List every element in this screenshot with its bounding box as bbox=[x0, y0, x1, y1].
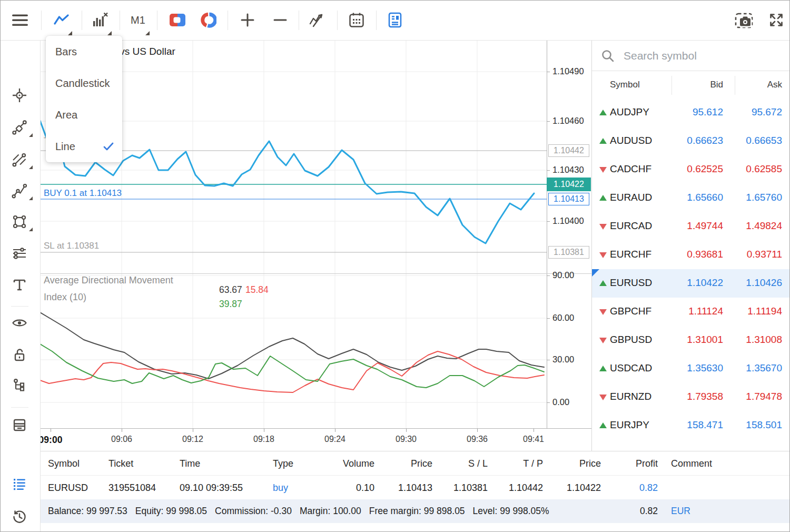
axis-tick-mark bbox=[547, 275, 550, 276]
header-comment: Comment bbox=[671, 451, 712, 476]
indicator-name-line2: Index (10) bbox=[44, 292, 86, 303]
objects-list[interactable] bbox=[11, 377, 28, 394]
header-profit: Profit bbox=[636, 451, 658, 476]
summary-currency: EUR bbox=[671, 499, 690, 523]
adx-line bbox=[40, 312, 544, 379]
indicator-pane-separator bbox=[40, 273, 591, 274]
market-watch-row-usdcad[interactable]: USDCAD1.356301.35670 bbox=[592, 354, 790, 383]
ask-price: 0.62585 bbox=[746, 163, 782, 175]
position-price-open: 1.10413 bbox=[398, 476, 432, 500]
bid-price: 1.65660 bbox=[687, 192, 723, 203]
news-button[interactable] bbox=[383, 8, 407, 32]
time-tick-mark bbox=[534, 429, 534, 432]
arrow-up-icon bbox=[599, 280, 607, 286]
menu-item-area[interactable]: Area bbox=[46, 99, 122, 131]
menu-item-label: Line bbox=[55, 141, 75, 153]
measure-tool[interactable] bbox=[11, 119, 28, 136]
text-tool[interactable] bbox=[11, 277, 28, 293]
quotes-donut-button[interactable] bbox=[197, 8, 220, 32]
market-watch-row-eurjpy[interactable]: EURJPY158.471158.501 bbox=[592, 411, 790, 440]
market-watch-row-gbpusd[interactable]: GBPUSD1.310011.31008 bbox=[592, 326, 790, 354]
channel-lines-icon bbox=[12, 152, 27, 168]
symbol-name: GBPCHF bbox=[610, 306, 651, 317]
symbol-name: AUDJPY bbox=[610, 106, 649, 118]
chart-annotation: SL at 1.10381 bbox=[44, 241, 99, 251]
arrow-up-icon bbox=[599, 110, 607, 115]
axis-tick-mark bbox=[547, 170, 550, 171]
indicator-name-line1: Average Directional Movement bbox=[44, 275, 173, 286]
market-watch-row-eurchf[interactable]: EURCHF0.936810.93711 bbox=[592, 241, 790, 269]
one-click-trading-icon bbox=[169, 13, 186, 27]
market-watch-row-eurnzd[interactable]: EURNZD1.793581.79478 bbox=[592, 383, 790, 411]
fullscreen-button[interactable] bbox=[765, 8, 788, 32]
ask-price: 158.501 bbox=[746, 419, 782, 431]
symbol-name: EURCHF bbox=[610, 249, 651, 260]
shapes-tool[interactable] bbox=[11, 213, 28, 230]
calendar-button[interactable] bbox=[345, 8, 368, 32]
price-level-box-current: 1.10422 bbox=[547, 178, 591, 191]
menu-item-bars[interactable]: Bars bbox=[46, 36, 122, 67]
symbol-name: AUDUSD bbox=[610, 135, 652, 146]
axis-tick-mark bbox=[547, 402, 550, 403]
remove-indicator-button[interactable] bbox=[88, 8, 112, 32]
line-chart-icon bbox=[54, 14, 70, 26]
bid-price: 158.471 bbox=[687, 419, 723, 431]
mt5-web-terminal: EURUSD, Euro vs US Dollar 1.104901.10460… bbox=[0, 0, 790, 532]
symbol-name: CADCHF bbox=[610, 163, 651, 175]
summary-item: Level: 99 998.05% bbox=[473, 506, 549, 517]
position-volume: 0.10 bbox=[356, 476, 374, 500]
header-type: Type bbox=[273, 451, 293, 476]
ask-price: 1.31008 bbox=[746, 334, 782, 346]
indicator-value-minus-di: 39.87 bbox=[219, 299, 242, 310]
chart-type-button[interactable] bbox=[50, 8, 73, 32]
channels-tool[interactable] bbox=[11, 151, 28, 168]
ask-price: 1.11194 bbox=[747, 306, 782, 317]
ask-price: 0.66653 bbox=[746, 135, 782, 146]
arrow-down-icon bbox=[599, 338, 607, 343]
print-chart[interactable] bbox=[11, 417, 28, 434]
trade-tab[interactable] bbox=[11, 476, 28, 492]
donut-chart-icon bbox=[201, 12, 216, 28]
market-watch-row-eurusd[interactable]: EURUSD1.104221.10426 bbox=[592, 269, 790, 298]
one-click-trading-button[interactable] bbox=[166, 8, 189, 32]
lock-objects[interactable] bbox=[11, 347, 28, 363]
toggle-objects-visibility[interactable] bbox=[11, 314, 28, 331]
history-tab[interactable] bbox=[11, 508, 28, 525]
market-watch-row-euraud[interactable]: EURAUD1.656601.65760 bbox=[592, 184, 790, 212]
scre​enshot-button[interactable] bbox=[733, 8, 756, 32]
ask-price: 1.79478 bbox=[746, 391, 782, 402]
zoom-out-button[interactable] bbox=[269, 8, 292, 32]
indicator-value-adx: 63.67 bbox=[219, 284, 242, 295]
horizontal-lines-tool[interactable] bbox=[11, 245, 28, 262]
zoom-in-button[interactable] bbox=[236, 8, 259, 32]
unlock-icon bbox=[12, 347, 27, 363]
menu-item-line[interactable]: Line bbox=[46, 131, 122, 162]
header-symbol: Symbol bbox=[48, 451, 80, 476]
add-indicator-button[interactable] bbox=[306, 8, 329, 32]
polyline-tool[interactable] bbox=[11, 182, 28, 199]
price-axis-border bbox=[547, 40, 547, 428]
time-tick-mark bbox=[477, 429, 478, 432]
time-axis-label: 09:00 bbox=[39, 435, 63, 446]
bid-price: 0.66623 bbox=[687, 135, 723, 146]
market-watch-row-eurcad[interactable]: EURCAD1.497441.49824 bbox=[592, 212, 790, 241]
main-menu-button[interactable] bbox=[8, 8, 32, 32]
menu-item-candlestick[interactable]: Candlestick bbox=[46, 67, 122, 99]
search-input[interactable] bbox=[623, 46, 783, 65]
market-watch-row-audjpy[interactable]: AUDJPY95.61295.672 bbox=[592, 98, 790, 127]
shapes-icon bbox=[12, 214, 27, 230]
crosshair-tool[interactable] bbox=[11, 87, 28, 104]
market-watch-row-cadchf[interactable]: CADCHF0.625250.62585 bbox=[592, 155, 790, 184]
check-icon bbox=[103, 142, 114, 151]
market-watch-row-gbpchf[interactable]: GBPCHF1.111241.11194 bbox=[592, 298, 790, 326]
axis-tick-mark bbox=[547, 221, 550, 222]
symbol-search bbox=[592, 40, 790, 71]
position-row[interactable]: EURUSD 319551084 09.10 09:39:55 buy 0.10… bbox=[40, 476, 790, 499]
summary-profit: 0.82 bbox=[640, 499, 658, 523]
summary-item: Commission: -0.30 bbox=[215, 506, 292, 517]
market-watch-row-audusd[interactable]: AUDUSD0.666230.66653 bbox=[592, 127, 790, 155]
timeframe-button[interactable]: M1 bbox=[126, 8, 150, 32]
position-tp: 1.10442 bbox=[509, 476, 543, 500]
position-price-current: 1.10422 bbox=[567, 476, 601, 500]
ask-price: 95.672 bbox=[752, 106, 782, 118]
